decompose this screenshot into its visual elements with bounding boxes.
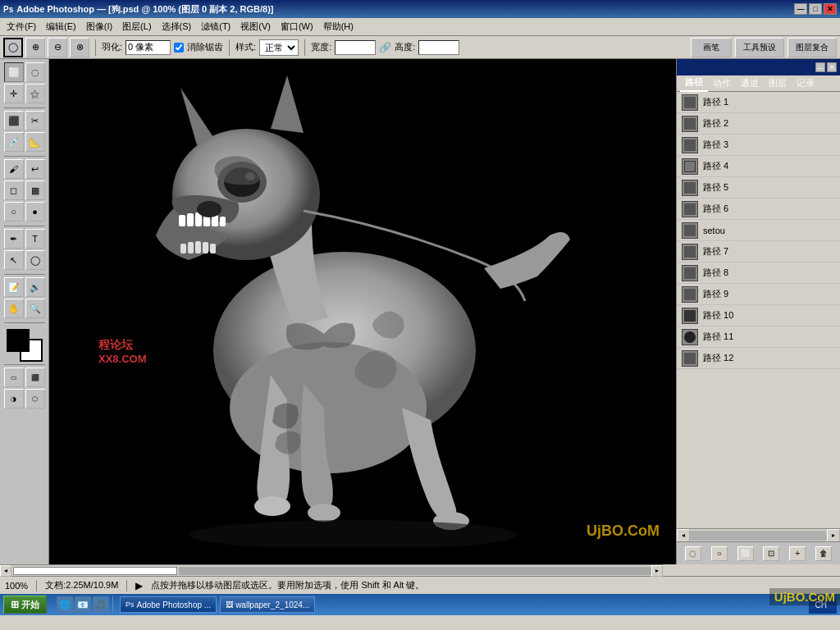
tool-row-7: ○ ● xyxy=(4,202,45,221)
slice-tool[interactable]: ✂ xyxy=(25,111,45,130)
feather-input[interactable] xyxy=(126,40,171,55)
paths-list[interactable]: 路径 1 路径 2 路径 3 路径 4 路径 5 路径 6 xyxy=(677,92,840,528)
path-item-4[interactable]: 路径 4 xyxy=(677,156,840,177)
shape-tool[interactable]: ◯ xyxy=(25,250,45,270)
path-to-selection-btn[interactable]: ⬜ xyxy=(737,546,754,561)
panel-minimize-btn[interactable]: — xyxy=(815,62,825,72)
menu-select[interactable]: 选择(S) xyxy=(157,19,197,34)
start-button[interactable]: ⊞ 开始 xyxy=(3,596,47,614)
path-item-10[interactable]: 路径 10 xyxy=(677,305,840,326)
media-icon[interactable]: 🎵 xyxy=(93,596,109,613)
path-select-tool[interactable]: ↖ xyxy=(4,250,24,270)
marquee-tool[interactable]: ⬜ xyxy=(4,62,24,82)
new-selection-btn[interactable]: ◯ xyxy=(3,38,23,57)
panel-scroll-left[interactable]: ◂ xyxy=(677,529,690,542)
brush-tool[interactable]: 🖌 xyxy=(4,159,24,179)
width-input[interactable] xyxy=(335,40,376,55)
taskbar-wallpaper[interactable]: 🖼 wallpaper_2_1024... xyxy=(220,596,315,613)
menu-file[interactable]: 文件(F) xyxy=(2,19,41,34)
email-icon[interactable]: 📧 xyxy=(75,596,91,613)
scroll-left-btn[interactable]: ◂ xyxy=(0,565,11,577)
notes-tool[interactable]: 📝 xyxy=(4,277,24,297)
path-item-2[interactable]: 路径 2 xyxy=(677,113,840,135)
path-item-5[interactable]: 路径 5 xyxy=(677,177,840,199)
path-item-setou[interactable]: setou xyxy=(677,220,840,241)
menu-edit[interactable]: 编辑(E) xyxy=(41,19,81,34)
actions-tab[interactable]: 动作 xyxy=(708,75,736,91)
foreground-color-swatch[interactable] xyxy=(7,329,30,352)
panel-scroll-right[interactable]: ▸ xyxy=(827,529,840,542)
path-name-setou: setou xyxy=(703,226,725,235)
audio-tool[interactable]: 🔊 xyxy=(25,277,45,297)
sep3 xyxy=(304,39,305,56)
history-tab[interactable]: 记录 xyxy=(792,75,819,91)
path-item-9[interactable]: 路径 9 xyxy=(677,284,840,305)
height-input[interactable] xyxy=(418,40,459,55)
burn-tool[interactable]: ● xyxy=(25,202,45,221)
standard-screen-btn[interactable]: ▭ xyxy=(4,368,24,387)
panel-scroll-track[interactable] xyxy=(690,531,827,541)
path-item-12[interactable]: 路径 12 xyxy=(677,348,840,369)
new-path-btn[interactable]: + xyxy=(789,546,806,561)
type-tool[interactable]: T xyxy=(25,229,45,249)
tool-row-9: ↖ ◯ xyxy=(4,250,45,270)
pen-tool[interactable]: ✒ xyxy=(4,229,24,249)
hand-tool[interactable]: ✋ xyxy=(4,299,24,318)
title-bar-controls: — □ ✕ xyxy=(794,3,837,15)
zoom-tool[interactable]: 🔍 xyxy=(25,299,45,318)
style-select[interactable]: 正常 xyxy=(259,39,299,56)
canvas-area[interactable]: 程论坛 XX8.COM UjBO.CoM xyxy=(49,59,676,564)
paths-tab[interactable]: 路径 xyxy=(680,75,708,92)
close-button[interactable]: ✕ xyxy=(824,3,837,15)
minimize-button[interactable]: — xyxy=(794,3,807,15)
eraser-tool[interactable]: ◻ xyxy=(4,180,24,200)
add-selection-btn[interactable]: ⊕ xyxy=(25,38,45,57)
gradient-tool[interactable]: ▦ xyxy=(25,180,45,200)
eyedropper-tool[interactable]: 💉 xyxy=(4,132,24,152)
scroll-right-btn[interactable]: ▸ xyxy=(651,565,663,577)
tool-row-5: 🖌 ↩ xyxy=(4,159,45,179)
taskbar-photoshop[interactable]: Ps Adobe Photoshop ... xyxy=(120,596,217,613)
move-tool[interactable]: ✛ xyxy=(4,84,24,103)
dodge-tool[interactable]: ○ xyxy=(4,202,24,221)
scroll-track-h[interactable] xyxy=(179,567,651,575)
path-item-8[interactable]: 路径 8 xyxy=(677,262,840,284)
history-brush-tool[interactable]: ↩ xyxy=(25,159,45,179)
menu-layer[interactable]: 图层(L) xyxy=(117,19,156,34)
layer-comp-btn[interactable]: 图层复合 xyxy=(788,38,837,57)
lasso-tool[interactable]: ◌ xyxy=(25,62,45,82)
tool-row-10: 📝 🔊 xyxy=(4,277,45,297)
path-item-3[interactable]: 路径 3 xyxy=(677,135,840,156)
subtract-selection-btn[interactable]: ⊖ xyxy=(48,38,67,57)
panel-close-btn[interactable]: ✕ xyxy=(827,62,837,72)
menu-filter[interactable]: 滤镜(T) xyxy=(196,19,235,34)
stroke-path-btn[interactable]: ○ xyxy=(711,546,728,561)
quick-mask-btn[interactable]: ◑ xyxy=(4,389,24,409)
menu-window[interactable]: 窗口(W) xyxy=(276,19,318,34)
layers-tab[interactable]: 图层 xyxy=(764,75,792,91)
measure-tool[interactable]: 📐 xyxy=(25,132,45,152)
path-item-1[interactable]: 路径 1 xyxy=(677,92,840,113)
menu-image[interactable]: 图像(I) xyxy=(81,19,117,34)
maximize-button[interactable]: □ xyxy=(809,3,822,15)
crop-tool[interactable]: ⬛ xyxy=(4,111,24,130)
menu-view[interactable]: 视图(V) xyxy=(235,19,276,34)
path-item-7[interactable]: 路径 7 xyxy=(677,241,840,262)
selection-to-path-btn[interactable]: ⊡ xyxy=(763,546,779,561)
intersect-selection-btn[interactable]: ⊗ xyxy=(70,38,89,57)
menu-help[interactable]: 帮助(H) xyxy=(318,19,358,34)
delete-path-btn[interactable]: 🗑 xyxy=(815,546,832,561)
svg-point-18 xyxy=(254,496,290,516)
path-item-11[interactable]: 路径 11 xyxy=(677,326,840,348)
fill-path-btn[interactable]: ◌ xyxy=(685,546,701,561)
path-item-6[interactable]: 路径 6 xyxy=(677,199,840,220)
extra-btn[interactable]: ⬡ xyxy=(25,389,45,409)
antialias-checkbox[interactable] xyxy=(174,43,184,52)
ie-icon[interactable]: 🌐 xyxy=(57,596,73,613)
channels-tab[interactable]: 通道 xyxy=(736,75,764,91)
tool-preset-btn[interactable]: 工具预设 xyxy=(735,38,784,57)
magic-wand-tool[interactable]: ⚝ xyxy=(25,84,45,103)
fullscreen-btn[interactable]: ⬛ xyxy=(25,368,45,387)
brush-panel-btn[interactable]: 画笔 xyxy=(691,38,732,57)
tool-row-11: ✋ 🔍 xyxy=(4,299,45,318)
